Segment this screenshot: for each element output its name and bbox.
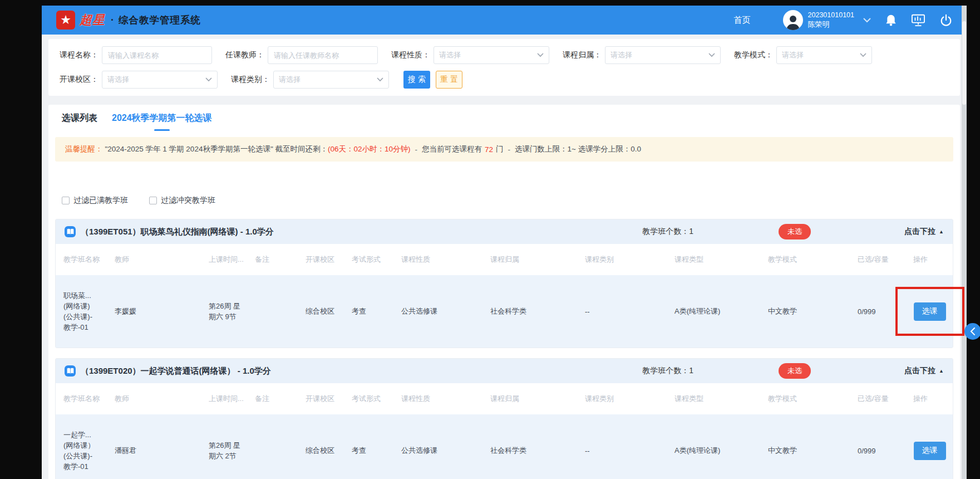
course-header[interactable]: （1399ET020）一起学说普通话(网络课） - 1.0学分 教学班个数：1 … [56, 359, 953, 383]
cell-category: -- [585, 307, 674, 316]
cell-teacher: 李媛媛 [115, 306, 209, 316]
campus-select[interactable]: 请选择 [102, 71, 218, 89]
notice-prefix: 温馨提醒： [65, 144, 103, 154]
col-header: 备注 [255, 394, 306, 404]
book-icon [65, 226, 76, 237]
teacher-input[interactable] [268, 46, 378, 64]
cell-type: A类(纯理论课) [674, 306, 768, 316]
user-name: 陈荣明 [808, 20, 854, 30]
tab-2024-autumn-round1[interactable]: 2024秋季学期第一轮选课 [112, 113, 212, 131]
cell-time: 第26周 星期六 2节 [209, 440, 255, 461]
user-menu-chevron-down-icon[interactable] [863, 18, 871, 23]
notice-text-4: 选课门数上限：1~ 选课学分上限：0.0 [515, 144, 641, 154]
notice-course-count: 72 [485, 145, 493, 154]
col-header: 操作 [913, 255, 946, 265]
col-header: 课程归属 [490, 394, 585, 404]
col-header: 教学模式 [768, 394, 858, 404]
course-header[interactable]: （1399ET051）职场菜鸟礼仪指南(网络课) - 1.0学分 教学班个数：1… [56, 219, 953, 244]
cell-type: A类(纯理论课) [674, 446, 768, 456]
scrollbar-thumb[interactable] [962, 21, 966, 105]
panel-collapse-icon[interactable] [964, 323, 980, 340]
tabs-bar: 选课列表 2024秋季学期第一轮选课 [48, 113, 960, 131]
checkbox-icon[interactable] [62, 197, 70, 204]
col-header: 教学班名称 [63, 255, 115, 265]
teaching-mode-select[interactable]: 请选择 [776, 46, 872, 64]
col-header: 教师 [115, 394, 209, 404]
col-header: 已选/容量 [858, 394, 913, 404]
class-count: 教学班个数：1 [642, 227, 693, 237]
vertical-scrollbar[interactable] [962, 6, 967, 479]
course-category-label: 课程类别： [231, 75, 270, 85]
course-list-title: 选课列表 [62, 113, 97, 124]
collapse-label: 点击下拉 [904, 366, 935, 376]
col-header: 上课时间... [209, 394, 255, 404]
triangle-up-icon: ▲ [939, 229, 944, 234]
checkbox-icon[interactable] [149, 197, 157, 204]
select-course-button[interactable]: 选课 [914, 442, 946, 460]
cell-mode: 中文教学 [768, 306, 858, 316]
cell-capacity: 0/999 [858, 447, 913, 455]
top-bar: ★ 超星 · 综合教学管理系统 首页 202301010101 陈荣明 [42, 6, 967, 35]
notice-separator: - [415, 145, 418, 154]
cell-campus: 综合校区 [306, 446, 352, 456]
notice-separator: - [508, 145, 511, 154]
nav-home[interactable]: 首页 [734, 15, 751, 26]
cell-class-name: 职场菜... (网络课) (公共课)- 教学-01 [63, 290, 115, 333]
chevron-down-icon [377, 77, 383, 82]
notice-text-1: "2024-2025 学年 1 学期 2024秋季学期第一轮选课" 截至时间还剩… [105, 144, 328, 154]
filter-teacher: 任课教师： [225, 46, 378, 64]
collapse-toggle[interactable]: 点击下拉 ▲ [904, 366, 944, 376]
filter-full-classes-checkbox[interactable]: 过滤已满教学班 [62, 195, 128, 206]
course-category-select[interactable]: 请选择 [273, 71, 389, 89]
col-header: 上课时间... [209, 255, 255, 265]
course-name-input[interactable] [102, 46, 212, 64]
filter-conflict-classes-checkbox[interactable]: 过滤冲突教学班 [149, 195, 215, 206]
avatar[interactable] [783, 10, 803, 30]
select-course-button[interactable]: 选课 [914, 302, 946, 321]
table-row: 一起学... (网络课） (公共课)- 教学-01 潘丽君 第26周 星期六 2… [56, 414, 953, 479]
search-filter-panel: 课程名称： 任课教师： 课程性质： 请选择 课程归属： 请选择 [48, 39, 960, 96]
cell-exam: 考查 [352, 306, 401, 316]
col-header: 课程类别 [585, 255, 674, 265]
triangle-up-icon: ▲ [939, 368, 944, 374]
cell-teacher: 潘丽君 [115, 446, 209, 456]
bell-icon[interactable] [885, 14, 897, 26]
select-placeholder: 请选择 [279, 75, 301, 85]
table-header-row: 教学班名称 教师 上课时间... 备注 开课校区 考试形式 课程性质 课程归属 … [56, 383, 953, 414]
col-header: 课程性质 [401, 394, 490, 404]
table-header-row: 教学班名称 教师 上课时间... 备注 开课校区 考试形式 课程性质 课程归属 … [56, 244, 953, 275]
filter-course-nature: 课程性质： 请选择 [391, 46, 549, 64]
class-count: 教学班个数：1 [642, 366, 693, 376]
col-header: 课程类型 [674, 394, 768, 404]
course-title: （1399ET051）职场菜鸟礼仪指南(网络课) - 1.0学分 [81, 227, 642, 237]
col-header: 已选/容量 [858, 255, 913, 265]
col-header: 考试形式 [352, 255, 401, 265]
select-placeholder: 请选择 [107, 75, 129, 85]
monitor-icon[interactable] [911, 13, 925, 27]
reset-button[interactable]: 重 置 [436, 71, 462, 89]
course-card-1399ET051: （1399ET051）职场菜鸟礼仪指南(网络课) - 1.0学分 教学班个数：1… [55, 219, 953, 348]
search-button[interactable]: 搜 索 [403, 71, 430, 89]
user-info[interactable]: 202301010101 陈荣明 [808, 11, 854, 29]
col-header: 课程归属 [490, 255, 585, 265]
filter-campus: 开课校区： 请选择 [60, 71, 218, 89]
cell-nature: 公共选修课 [401, 306, 490, 316]
power-icon[interactable] [940, 14, 952, 27]
course-name-label: 课程名称： [60, 50, 99, 60]
cell-campus: 综合校区 [306, 306, 352, 316]
col-header: 开课校区 [306, 255, 352, 265]
col-header: 操作 [913, 394, 946, 404]
collapse-toggle[interactable]: 点击下拉 ▲ [904, 227, 944, 237]
status-badge-not-selected: 未选 [779, 363, 811, 379]
brand-logo-text: 超星 [80, 12, 105, 28]
notice-text-3: 门 [496, 144, 504, 154]
cell-action: 选课 [913, 275, 946, 348]
cell-class-name: 一起学... (网络课） (公共课)- 教学-01 [63, 429, 115, 472]
filter-course-category: 课程类别： 请选择 [231, 71, 389, 89]
collapse-label: 点击下拉 [904, 227, 935, 237]
cell-nature: 公共选修课 [401, 446, 490, 456]
course-belong-select[interactable]: 请选择 [605, 46, 721, 64]
cell-category: -- [585, 447, 674, 455]
course-nature-select[interactable]: 请选择 [434, 46, 549, 64]
filter-teaching-mode: 教学模式： 请选择 [734, 46, 872, 64]
